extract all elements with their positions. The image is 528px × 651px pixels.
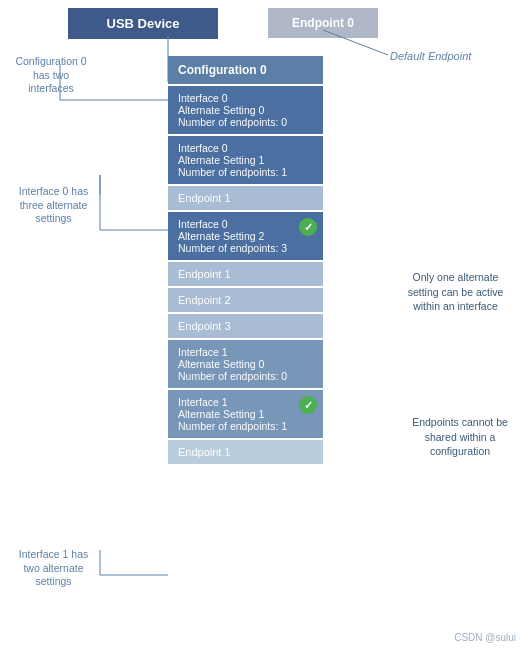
if0-as2-line2: Alternate Setting 2 <box>178 230 313 242</box>
usb-device-header: USB Device <box>68 8 218 39</box>
annotation-if1-settings: Interface 1 hastwo alternatesettings <box>6 548 101 589</box>
if1-as1-line2: Alternate Setting 1 <box>178 408 313 420</box>
config0-label: Configuration 0 <box>178 63 267 77</box>
interface-if0-as0: Interface 0 Alternate Setting 0 Number o… <box>168 86 323 134</box>
if0-as0-line1: Interface 0 <box>178 92 313 104</box>
if0-as1-line2: Alternate Setting 1 <box>178 154 313 166</box>
endpoint-if0-as1-ep1: Endpoint 1 <box>168 186 323 210</box>
default-endpoint-label: Default Endpoint <box>390 50 471 62</box>
interface-if0-as2: Interface 0 Alternate Setting 2 Number o… <box>168 212 323 260</box>
if0-as1-line3: Number of endpoints: 1 <box>178 166 313 178</box>
if1-as0-line2: Alternate Setting 0 <box>178 358 313 370</box>
if0-as0-line2: Alternate Setting 0 <box>178 104 313 116</box>
annotation-if0-settings: Interface 0 hasthree alternatesettings <box>6 185 101 226</box>
annotation-endpoints-shared: Endpoints cannot beshared within aconfig… <box>400 415 520 459</box>
if0-as2-line3: Number of endpoints: 3 <box>178 242 313 254</box>
if1-as0-line3: Number of endpoints: 0 <box>178 370 313 382</box>
footer-credit: CSDN @sului <box>454 632 516 643</box>
main-column: Configuration 0 Interface 0 Alternate Se… <box>168 56 323 466</box>
active-checkmark-if0-as2: ✓ <box>299 218 317 236</box>
endpoint-if0-as2-ep1: Endpoint 1 <box>168 262 323 286</box>
endpoint0-header: Endpoint 0 <box>268 8 378 38</box>
endpoint-if0-as2-ep2: Endpoint 2 <box>168 288 323 312</box>
interface-if1-as0: Interface 1 Alternate Setting 0 Number o… <box>168 340 323 388</box>
if1-as1-line1: Interface 1 <box>178 396 313 408</box>
endpoint-if0-as2-ep3: Endpoint 3 <box>168 314 323 338</box>
if0-as2-line1: Interface 0 <box>178 218 313 230</box>
if0-as0-line3: Number of endpoints: 0 <box>178 116 313 128</box>
if1-as0-line1: Interface 1 <box>178 346 313 358</box>
if1-as1-line3: Number of endpoints: 1 <box>178 420 313 432</box>
endpoint-if1-as1-ep1: Endpoint 1 <box>168 440 323 464</box>
usb-device-label: USB Device <box>107 16 180 31</box>
endpoint0-label: Endpoint 0 <box>292 16 354 30</box>
config0-block: Configuration 0 <box>168 56 323 84</box>
annotation-one-alternate: Only one alternatesetting can be activew… <box>398 270 513 314</box>
active-checkmark-if1-as1: ✓ <box>299 396 317 414</box>
interface-if1-as1: Interface 1 Alternate Setting 1 Number o… <box>168 390 323 438</box>
interface-if0-as1: Interface 0 Alternate Setting 1 Number o… <box>168 136 323 184</box>
if0-as1-line1: Interface 0 <box>178 142 313 154</box>
annotation-config0-interfaces: Configuration 0has twointerfaces <box>6 55 96 96</box>
